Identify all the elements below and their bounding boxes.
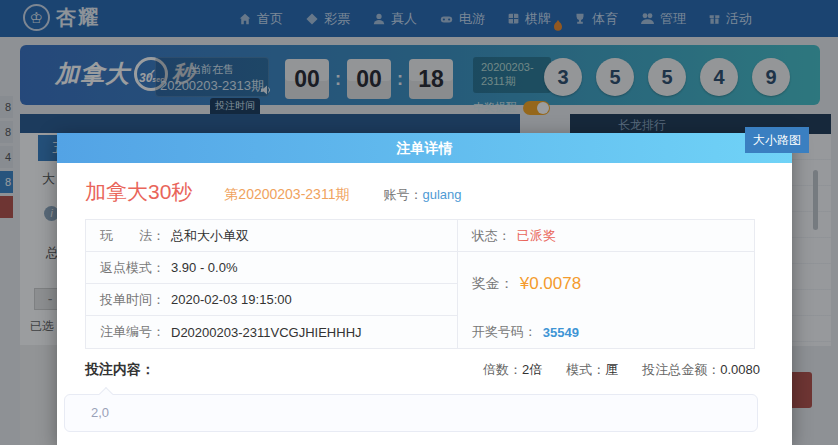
prize-cell: 奖金：¥0.0078 — [457, 252, 754, 316]
draw-number-cell: 开奖号码：35549 — [457, 316, 754, 348]
modal-subheader: 加拿大30秒 第20200203-2311期 账号：gulang — [57, 163, 792, 206]
bet-time-cell: 投单时间：2020-02-03 19:15:00 — [86, 284, 457, 316]
rebate-cell: 返点模式：3.90 - 0.0% — [86, 252, 457, 284]
bet-content-value: 2,0 — [65, 395, 757, 431]
order-detail-table: 玩 法：总和大小单双 状态：已派奖 返点模式：3.90 - 0.0% 奖金：¥0… — [85, 219, 755, 349]
play-method-cell: 玩 法：总和大小单双 — [86, 220, 457, 252]
multiple-stat: 倍数：2倍 — [483, 361, 542, 379]
account-value: gulang — [422, 187, 461, 202]
modal-header: 注单详情 ✕ — [57, 133, 792, 163]
status-badge: 已派奖 — [517, 227, 556, 245]
issue-number: 第20200203-2311期 — [224, 186, 349, 204]
order-detail-modal: 注单详情 ✕ 加拿大30秒 第20200203-2311期 账号：gulang … — [57, 133, 792, 445]
tab-luzhu[interactable]: 大小路图 — [745, 127, 809, 153]
status-cell: 状态：已派奖 — [457, 220, 754, 252]
modal-title: 注单详情 — [57, 133, 792, 163]
screen: ♔ 杏耀 首页 彩票 真人 电游 — [0, 0, 838, 445]
total-amount-stat: 投注总金额：0.0080 — [642, 361, 760, 379]
bet-summary-row: 投注内容： 倍数：2倍 模式：厘 投注总金额：0.0080 — [57, 361, 792, 379]
account: 账号：gulang — [383, 186, 461, 204]
bet-stats: 倍数：2倍 模式：厘 投注总金额：0.0080 — [483, 361, 760, 379]
order-number-cell: 注单编号：D20200203-2311VCGJHIEHHHJ — [86, 316, 457, 348]
prize-amount: ¥0.0078 — [520, 274, 581, 294]
bet-content-label: 投注内容： — [85, 361, 155, 379]
game-name: 加拿大30秒 — [85, 178, 192, 206]
mode-stat: 模式：厘 — [566, 361, 618, 379]
draw-number-value: 35549 — [543, 325, 579, 340]
bet-content-bubble: 2,0 — [64, 394, 758, 432]
